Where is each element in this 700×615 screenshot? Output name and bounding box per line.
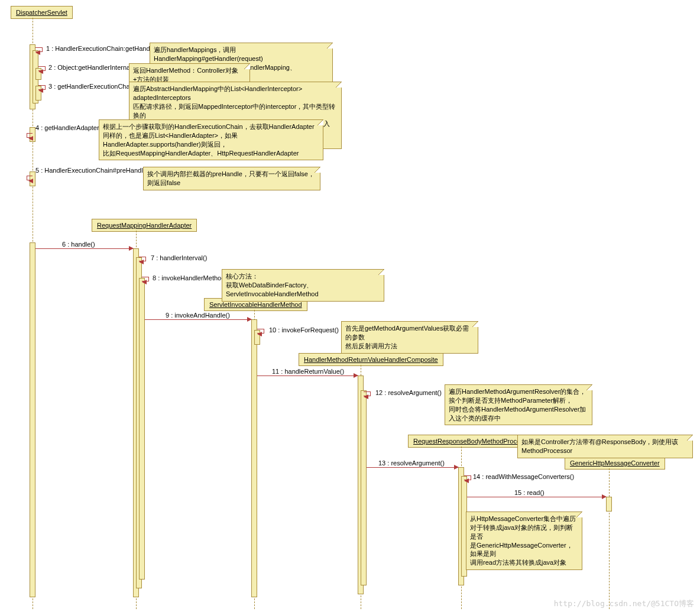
- msg-11: 11 : handleReturnValue(): [272, 368, 344, 375]
- arrow-head: [28, 179, 33, 183]
- msg-2: 2 : Object:getHandlerInternal(): [48, 64, 136, 71]
- arrow-head: [464, 478, 469, 483]
- arrow-11: [257, 376, 358, 376]
- lifeline-line-ghmc: [609, 468, 610, 609]
- arrow-head: [129, 246, 134, 251]
- arrow-head: [139, 260, 144, 264]
- lifeline-hmrvhc: HandlerMethodReturnValueHandlerComposite: [299, 353, 443, 366]
- activation-nested: [139, 278, 145, 580]
- note-4: 根据上一个步骤获取到的HandlerExecutionChain，去获取Hand…: [99, 119, 323, 160]
- msg-4: 4 : getHandlerAdapter(): [35, 124, 103, 131]
- note-13: 如果是Controller方法带有@ResponseBody，则使用该Metho…: [517, 435, 693, 458]
- lifeline-ghmc: GenericHttpMessageConverter: [565, 457, 665, 470]
- msg-3: 3 : getHandlerExecutionChain(): [48, 83, 139, 90]
- msg-10: 10 : invokeForRequest(): [269, 326, 339, 334]
- lifeline-ghmc-label: GenericHttpMessageConverter: [570, 459, 660, 467]
- msg-7: 7 : handlerInterval(): [151, 254, 207, 261]
- arrow-head: [142, 280, 147, 284]
- msg-5: 5 : HandlerExecutionChain#preHandler(): [35, 167, 153, 174]
- msg-8: 8 : invokeHandlerMethod(): [153, 274, 229, 281]
- lifeline-dispatcher-label: DispatcherServlet: [16, 9, 67, 16]
- arrow-head: [602, 494, 607, 499]
- arrow-head: [354, 373, 358, 378]
- arrow-head: [364, 394, 368, 399]
- arrow-head: [257, 332, 262, 336]
- note-10: 首先是getMethodArgumentValues获取必需的参数然后反射调用方…: [341, 321, 478, 354]
- msg-14: 14 : readWithMessageConverters(): [473, 473, 574, 480]
- arrow-head: [28, 136, 33, 141]
- msg-13: 13 : resolveArgument(): [378, 459, 445, 467]
- msg-1: 1 : HandlerExecutionChain:getHandler(): [46, 45, 161, 52]
- lifeline-rmha-label: RequestMappingHandlerAdapter: [97, 222, 192, 229]
- lifeline-dispatcher: DispatcherServlet: [11, 6, 73, 19]
- msg-9: 9 : invokeAndHandle(): [166, 312, 230, 319]
- activation: [251, 319, 257, 597]
- note-5: 挨个调用内部拦截器的preHandle，只要有一个返回false，则返回fals…: [143, 167, 320, 190]
- lifeline-rrbmp-label: RequestResponseBodyMethodProcessor: [413, 438, 533, 445]
- note-12: 遍历HandlerMethodArgumentResolver的集合，挨个判断是…: [445, 384, 592, 425]
- activation-nested: [361, 390, 367, 585]
- arrow-head: [35, 50, 40, 55]
- watermark: http://blog.csdn.net/@51CTO博客: [554, 598, 694, 609]
- arrow-head: [38, 88, 43, 93]
- activation: [606, 497, 612, 512]
- lifeline-hmrvhc-label: HandlerMethodReturnValueHandlerComposite: [304, 356, 438, 363]
- arrow-head: [38, 69, 43, 74]
- arrow-head: [247, 317, 252, 322]
- lifeline-sihm-label: ServletInvocableHandlerMethod: [209, 301, 302, 308]
- lifeline-rmha: RequestMappingHandlerAdapter: [92, 219, 197, 232]
- arrow-15: [467, 497, 606, 497]
- arrow-head: [454, 465, 459, 470]
- note-14: 从HttpMessageConverter集合中遍历对于转换成java对象的情况…: [466, 512, 582, 570]
- arrow-9: [145, 319, 251, 320]
- note-8: 核心方法：获取WebDataBinderFactory、ServletInvoc…: [222, 269, 384, 302]
- activation: [30, 242, 35, 597]
- arrow-6: [35, 248, 133, 249]
- msg-12: 12 : resolveArgument(): [375, 389, 442, 396]
- arrow-13: [367, 467, 458, 468]
- msg-6: 6 : handle(): [62, 241, 95, 248]
- msg-15: 15 : read(): [514, 489, 545, 496]
